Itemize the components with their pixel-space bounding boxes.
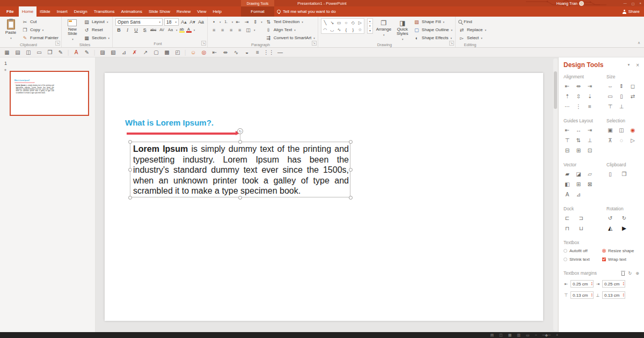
addin-minus-icon[interactable]: — [275, 48, 285, 56]
fit-to-text-height-icon[interactable]: ⊥ [618, 103, 625, 109]
format-painter-button[interactable]: ✎ Format Painter [21, 34, 58, 41]
rotate-right-icon[interactable]: ↻ [620, 215, 628, 221]
fit-to-text-width-icon[interactable]: ⊤ [606, 103, 614, 109]
select-text-icon[interactable]: ⊼ [606, 137, 614, 143]
maximize-window-icon[interactable]: ▢ [632, 2, 635, 5]
addin-arrow-icon[interactable]: ↗ [141, 48, 150, 56]
italic-icon[interactable]: I [124, 26, 131, 33]
copy-button[interactable]: ❐ Copy ▾ [21, 26, 58, 33]
text-highlight-color-button[interactable]: ab [179, 26, 185, 33]
convert-to-smartart-button[interactable]: ⇶ Convert to SmartArt ▾ [265, 34, 315, 41]
character-spacing-icon[interactable]: AV [158, 26, 165, 33]
align-right-icon[interactable]: ≡ [228, 26, 235, 33]
shape-gallery-item[interactable]: ◠ [322, 26, 328, 33]
stretch-width-icon[interactable]: ▭ [606, 93, 614, 99]
account-user[interactable]: Hoang Tran [557, 0, 584, 6]
selection-handle-w[interactable] [128, 168, 132, 172]
reset-margins-trash-icon[interactable] [621, 272, 625, 276]
shape-gallery-item[interactable]: ╲ [322, 19, 328, 26]
clipboard-paste-icon[interactable]: ▯ [606, 171, 614, 177]
left-margin-stepper[interactable]: ▴▾ [591, 282, 593, 286]
font-dialog-launcher-icon[interactable]: ↘ [201, 41, 206, 46]
slide-title[interactable]: What is Lorem Ipsum?. [125, 118, 214, 127]
align-left-icon[interactable]: ≡ [210, 26, 217, 33]
tab-file[interactable]: File [2, 6, 19, 17]
guide-right-icon[interactable]: ⇥ [586, 127, 594, 133]
shape-fill-button[interactable]: ▨ Shape Fill ▾ [413, 18, 452, 25]
merge-union-icon[interactable]: ▰ [564, 171, 571, 177]
section-button[interactable]: ▦ Section ▾ [83, 34, 109, 41]
bold-icon[interactable]: B [115, 26, 122, 33]
same-width-icon[interactable]: ⇔ [606, 83, 614, 89]
selection-pointer-icon[interactable]: ▷ [629, 137, 636, 143]
select-all-icon[interactable]: ▣ [606, 127, 614, 133]
selection-handle-nw[interactable] [128, 140, 132, 144]
collapse-ribbon-icon[interactable]: ∧ [638, 41, 640, 45]
tab-review[interactable]: Review [173, 6, 194, 17]
bottom-margin-stepper[interactable]: ▴▾ [623, 293, 625, 297]
quick-styles-button[interactable]: ◨ Quick Styles ▾ [394, 18, 411, 41]
shape-gallery-item[interactable]: ∿ [336, 26, 342, 33]
addin-crop-icon[interactable]: ◰ [173, 48, 182, 56]
strikethrough-icon[interactable]: abc [150, 26, 157, 33]
merge-subtract-icon[interactable]: ▱ [586, 171, 594, 177]
toolbar-separator[interactable]: │ [184, 48, 187, 56]
select-area-icon[interactable]: ◌ [618, 137, 625, 143]
flip-vertical-icon[interactable]: ▶ [620, 225, 628, 231]
layout-button[interactable]: ▤ Layout ▾ [83, 18, 109, 25]
addin-distribute-icon[interactable]: ⇹ [221, 48, 230, 56]
font-family-combo[interactable]: Open Sans ▾ [115, 18, 163, 26]
dock-right-icon[interactable]: ⊐ [577, 215, 585, 221]
top-margin-stepper[interactable]: ▴▾ [591, 293, 593, 297]
smart-align-icon[interactable]: ≡ [586, 103, 594, 109]
tab-transitions[interactable]: Transitions [91, 6, 118, 17]
addin-table-icon[interactable]: ▦ [2, 48, 12, 56]
shape-gallery-item[interactable]: } [350, 26, 356, 33]
align-left-icon[interactable]: ⇤ [564, 83, 571, 89]
distribute-vertical-icon[interactable]: ⋮ [575, 103, 582, 109]
dock-left-icon[interactable]: ⊏ [564, 215, 571, 221]
dock-bottom-icon[interactable]: ⊔ [577, 225, 585, 231]
margins-settings-icon[interactable]: ⊕ [635, 271, 639, 276]
gallery-more-icon[interactable]: ▼ [368, 28, 372, 33]
selection-handle-s[interactable] [238, 196, 242, 200]
guide-center-icon[interactable]: ↔ [575, 127, 582, 133]
canvas-scrollbar[interactable] [553, 58, 558, 331]
same-size-icon[interactable]: ◻ [629, 83, 636, 89]
slide-canvas[interactable]: What is Lorem Ipsum?. Lorem Ipsum is sim… [105, 73, 543, 321]
addin-image-icon[interactable]: ▩ [162, 48, 172, 56]
autofit-off-radio[interactable]: Autofit off [564, 248, 602, 253]
share-button[interactable]: Share [623, 6, 640, 17]
split-cells-icon[interactable]: ⊡ [586, 147, 594, 153]
align-bottom-icon[interactable]: ⇣ [586, 93, 594, 99]
gallery-scroll-up-icon[interactable]: ▴ [368, 19, 372, 24]
replace-button[interactable]: ⇄ Replace ▾ [458, 26, 486, 33]
tab-help[interactable]: Help [210, 6, 225, 17]
align-right-icon[interactable]: ⇥ [586, 83, 594, 89]
guide-left-icon[interactable]: ⇤ [564, 127, 571, 133]
status-zoom-out-icon[interactable]: − [535, 333, 537, 337]
slide-thumbnail[interactable]: What is Lorem Ipsum?. Lorem Ipsum is sim… [10, 71, 89, 116]
status-normal-view-icon[interactable]: ▦ [508, 333, 512, 337]
red-arrow-shape[interactable] [127, 131, 240, 136]
right-margin-input[interactable]: 0.25 cm ▴▾ [602, 280, 625, 288]
font-size-combo[interactable]: 18 ▾ [164, 18, 179, 26]
change-case-icon[interactable]: Aa [167, 26, 174, 33]
close-window-icon[interactable]: × [639, 2, 641, 5]
shape-gallery-item[interactable]: ↘ [329, 19, 335, 26]
panel-menu-caret-icon[interactable]: ▾ [628, 63, 630, 67]
left-margin-input[interactable]: 0.25 cm ▴▾ [570, 280, 594, 288]
swap-size-icon[interactable]: ⇄ [629, 93, 636, 99]
rotate-left-icon[interactable]: ↺ [606, 215, 614, 221]
addin-grid-dots-icon[interactable]: ⋮⋮ [264, 48, 274, 56]
addin-list-icon[interactable]: ≡ [253, 48, 262, 56]
addin-pen-icon[interactable]: ✎ [82, 48, 92, 56]
clear-formatting-icon[interactable]: A̶a [197, 18, 204, 25]
top-margin-input[interactable]: 0.13 cm ▴▾ [570, 291, 594, 299]
tab-animations[interactable]: Animations [118, 6, 145, 17]
merge-combine-icon[interactable]: ◪ [575, 171, 582, 177]
justify-icon[interactable]: ≡ [236, 26, 243, 33]
addin-contrast-icon[interactable]: ◒ [242, 48, 252, 56]
find-button[interactable]: Find [458, 18, 486, 25]
addin-eyedropper-icon[interactable]: ⊿ [119, 48, 129, 56]
